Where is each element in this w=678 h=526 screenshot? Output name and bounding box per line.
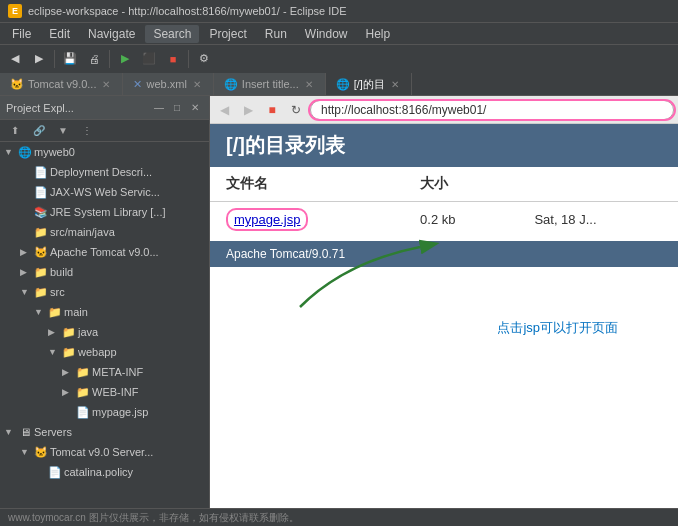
tree-label-mypage-jsp: mypage.jsp: [92, 406, 148, 418]
file-link-mypage[interactable]: mypage.jsp: [226, 208, 308, 231]
catalina-icon: 📄: [48, 465, 62, 479]
tree-label-deployment: Deployment Descri...: [50, 166, 152, 178]
toolbar-new-btn[interactable]: ◀: [4, 48, 26, 70]
tree-label-webapp: webapp: [78, 346, 117, 358]
tree-item-mypage-jsp[interactable]: 📄 mypage.jsp: [0, 402, 209, 422]
main-layout: Project Expl... — □ ✕ ⬆ 🔗 ▼ ⋮ ▼ 🌐 myweb0: [0, 96, 678, 526]
tree-label-tomcat: Apache Tomcat v9.0...: [50, 246, 159, 258]
annotation-area: 点击jsp可以打开页面: [210, 267, 678, 347]
file-date-cell: Sat, 18 J...: [518, 202, 678, 238]
tree-item-src[interactable]: ▼ 📁 src: [0, 282, 209, 302]
tree-item-tomcat-server[interactable]: ▼ 🐱 Tomcat v9.0 Server...: [0, 442, 209, 462]
menu-help[interactable]: Help: [358, 25, 399, 43]
tree-label-jre: JRE System Library [...]: [50, 206, 166, 218]
tree-item-catalina[interactable]: 📄 catalina.policy: [0, 462, 209, 482]
menu-edit[interactable]: Edit: [41, 25, 78, 43]
tree-label-build: build: [50, 266, 73, 278]
panel-title-left: Project Expl...: [6, 102, 74, 114]
col-filename-header: 文件名: [210, 167, 404, 202]
window-title: eclipse-workspace - http://localhost:816…: [28, 5, 347, 17]
tree-item-srcmainjava[interactable]: 📁 src/main/java: [0, 222, 209, 242]
menu-navigate[interactable]: Navigate: [80, 25, 143, 43]
tree-item-myweb0[interactable]: ▼ 🌐 myweb0: [0, 142, 209, 162]
arrow-myweb0: ▼: [4, 147, 16, 157]
tree-item-java[interactable]: ▶ 📁 java: [0, 322, 209, 342]
tab-webxml-label: web.xml: [146, 78, 186, 90]
tab-browser2[interactable]: 🌐 [/]的目 ✕: [326, 73, 412, 95]
toolbar-run-btn[interactable]: ▶: [114, 48, 136, 70]
browser-refresh-btn[interactable]: ↻: [286, 100, 306, 120]
arrow-tomcat-server: ▼: [20, 447, 32, 457]
project-icon: 🌐: [18, 145, 32, 159]
tree-item-deployment[interactable]: 📄 Deployment Descri...: [0, 162, 209, 182]
tab-webxml-icon: ✕: [133, 78, 142, 91]
right-panel: ◀ ▶ ■ ↻ [/]的目录列表 文件名 大小: [210, 96, 678, 526]
view-menu-btn[interactable]: ⋮: [76, 120, 98, 142]
tree-item-jaxws[interactable]: 📄 JAX-WS Web Servic...: [0, 182, 209, 202]
tree-item-main[interactable]: ▼ 📁 main: [0, 302, 209, 322]
left-panel: Project Expl... — □ ✕ ⬆ 🔗 ▼ ⋮ ▼ 🌐 myweb0: [0, 96, 210, 526]
arrow-src: ▼: [20, 287, 32, 297]
tree-item-tomcat[interactable]: ▶ 🐱 Apache Tomcat v9.0...: [0, 242, 209, 262]
toolbar-ext-btn[interactable]: ⚙: [193, 48, 215, 70]
maximize-panel-btn[interactable]: □: [169, 100, 185, 116]
arrow-metainf: ▶: [62, 367, 74, 377]
tree-label-java: java: [78, 326, 98, 338]
tree-item-webapp[interactable]: ▼ 📁 webapp: [0, 342, 209, 362]
arrow-build: ▶: [20, 267, 32, 277]
tomcat-server-icon: 🐱: [34, 445, 48, 459]
main-icon: 📁: [48, 305, 62, 319]
project-tree: ▼ 🌐 myweb0 📄 Deployment Descri... 📄 JAX-…: [0, 142, 209, 526]
tab-browser2-close[interactable]: ✕: [389, 79, 401, 90]
toolbar-save-btn[interactable]: 💾: [59, 48, 81, 70]
menu-project[interactable]: Project: [201, 25, 254, 43]
close-panel-btn[interactable]: ✕: [187, 100, 203, 116]
toolbar-stop-btn[interactable]: ■: [162, 48, 184, 70]
browser-forward-btn[interactable]: ▶: [238, 100, 258, 120]
toolbar-sep-2: [109, 50, 110, 68]
link-editor-btn[interactable]: 🔗: [28, 120, 50, 142]
tree-item-metainf[interactable]: ▶ 📁 META-INF: [0, 362, 209, 382]
url-bar[interactable]: [310, 100, 674, 120]
tree-label-servers: Servers: [34, 426, 72, 438]
webapp-icon: 📁: [62, 345, 76, 359]
tab-tomcat[interactable]: 🐱 Tomcat v9.0... ✕: [0, 73, 123, 95]
tab-browser1[interactable]: 🌐 Insert title... ✕: [214, 73, 326, 95]
tree-item-servers[interactable]: ▼ 🖥 Servers: [0, 422, 209, 442]
deployment-icon: 📄: [34, 165, 48, 179]
dir-listing-table: 文件名 大小 mypage.jsp 0.2 kb Sat, 18 J...: [210, 167, 678, 237]
menu-run[interactable]: Run: [257, 25, 295, 43]
browser-stop-btn[interactable]: ■: [262, 100, 282, 120]
annotation-text: 点击jsp可以打开页面: [497, 319, 618, 337]
tree-label-catalina: catalina.policy: [64, 466, 133, 478]
browser-content: [/]的目录列表 文件名 大小 mypage.jsp 0.2 kb: [210, 124, 678, 526]
eclipse-icon: E: [8, 4, 22, 18]
tree-label-main: main: [64, 306, 88, 318]
tab-tomcat-close[interactable]: ✕: [100, 79, 112, 90]
toolbar-back-btn[interactable]: ▶: [28, 48, 50, 70]
src-icon: 📁: [34, 285, 48, 299]
menu-search[interactable]: Search: [145, 25, 199, 43]
arrow-main: ▼: [34, 307, 46, 317]
minimize-panel-btn[interactable]: —: [151, 100, 167, 116]
tree-label-myweb0: myweb0: [34, 146, 75, 158]
tree-item-webinf[interactable]: ▶ 📁 WEB-INF: [0, 382, 209, 402]
project-explorer-toolbar: ⬆ 🔗 ▼ ⋮: [0, 120, 209, 142]
browser-back-btn[interactable]: ◀: [214, 100, 234, 120]
filter-btn[interactable]: ▼: [52, 120, 74, 142]
tab-webxml-close[interactable]: ✕: [191, 79, 203, 90]
tab-tomcat-icon: 🐱: [10, 78, 24, 91]
arrow-java: ▶: [48, 327, 60, 337]
menu-window[interactable]: Window: [297, 25, 356, 43]
toolbar-debug-btn[interactable]: ⬛: [138, 48, 160, 70]
tree-item-jre[interactable]: 📚 JRE System Library [...]: [0, 202, 209, 222]
tab-browser1-close[interactable]: ✕: [303, 79, 315, 90]
annotation-arrow: [270, 237, 450, 317]
menu-file[interactable]: File: [4, 25, 39, 43]
tab-webxml[interactable]: ✕ web.xml ✕: [123, 73, 213, 95]
status-bar: www.toymocar.cn 图片仅供展示，非存储，如有侵权请联系删除。: [0, 508, 678, 526]
tree-item-build[interactable]: ▶ 📁 build: [0, 262, 209, 282]
tree-label-jaxws: JAX-WS Web Servic...: [50, 186, 160, 198]
toolbar-print-btn[interactable]: 🖨: [83, 48, 105, 70]
collapse-all-btn[interactable]: ⬆: [4, 120, 26, 142]
